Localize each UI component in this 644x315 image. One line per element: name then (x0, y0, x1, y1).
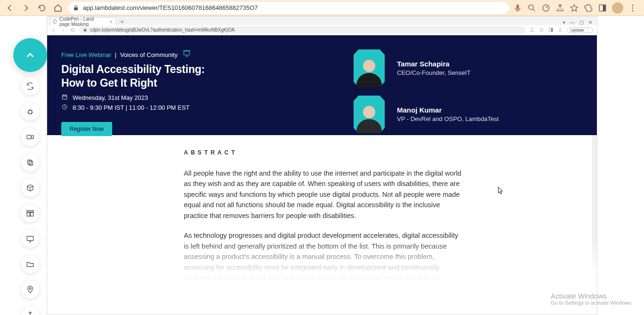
profile-avatar[interactable] (612, 2, 623, 14)
hero-title: Digital Accessibility Testing: How to Ge… (61, 63, 278, 90)
lt-toolbar (21, 77, 39, 315)
mic-icon[interactable] (513, 3, 522, 13)
speaker-photo (354, 96, 385, 133)
svg-rect-0 (74, 7, 78, 10)
inner-tab-title: CodePen - Land page Masking (59, 16, 105, 27)
lt-video-icon[interactable] (21, 128, 39, 146)
abstract-paragraph: In this session, Tamar Schapira, Co-Foun… (184, 303, 465, 315)
hero-time-row: 8:30 - 9:30 PM IST | 11:00 - 12:00 PM ES… (61, 104, 278, 112)
inner-update-button[interactable]: Update⋮ (567, 27, 593, 33)
minimize-icon[interactable]: — (570, 20, 575, 25)
svg-rect-20 (551, 28, 553, 32)
kebab-menu-icon[interactable] (628, 3, 637, 13)
hero-eyebrow: Free Live Webinar | Voices of Community (61, 51, 178, 58)
maximize-icon[interactable]: ▢ (579, 20, 584, 25)
inner-profile-icon[interactable] (558, 27, 563, 33)
lock-icon (73, 5, 79, 11)
speaker-role: VP - DevRel and OSPO, LambdaTest (397, 115, 499, 123)
svg-point-2 (528, 5, 533, 9)
inner-new-tab[interactable]: + (119, 18, 125, 25)
abstract-section: ABSTRACT All people have the right and t… (47, 135, 597, 315)
zoom-icon[interactable] (527, 3, 537, 13)
page-content: Free Live Webinar | Voices of Community … (47, 35, 597, 315)
share-icon[interactable] (555, 3, 565, 13)
svg-rect-13 (27, 210, 33, 212)
home-button[interactable] (52, 2, 64, 14)
svg-point-7 (632, 7, 634, 8)
inner-reload-icon[interactable] (70, 27, 75, 33)
register-button[interactable]: Register Now (61, 122, 112, 136)
forward-button[interactable] (20, 2, 32, 14)
lt-switch-icon[interactable] (21, 77, 39, 95)
lt-box-icon[interactable] (21, 179, 39, 197)
captured-browser-window: CodePen - Land page Masking × + ▾ — ▢ ✕ … (47, 16, 597, 315)
svg-rect-12 (29, 161, 33, 165)
globe-icon (53, 19, 57, 24)
hero-date-row: Wednesday, 31st May 2023 (61, 94, 278, 102)
inner-window-controls: ▾ — ▢ ✕ (563, 20, 597, 25)
lt-location-icon[interactable] (21, 281, 39, 299)
speaker-name: Tamar Schapira (397, 60, 471, 68)
svg-rect-1 (517, 4, 519, 9)
inner-tabstrip: CodePen - Land page Masking × + ▾ — ▢ ✕ (47, 16, 597, 25)
svg-rect-22 (184, 51, 190, 55)
lt-folder-icon[interactable] (21, 255, 39, 273)
speakers-list: Tamar Schapira CEO/Co-Founder, SenseIT M… (354, 49, 499, 136)
svg-rect-23 (62, 95, 66, 99)
lt-collapse-button[interactable] (13, 38, 47, 72)
chevron-down-icon[interactable]: ▾ (563, 20, 565, 25)
speaker-item: Manoj Kumar VP - DevRel and OSPO, Lambda… (354, 96, 499, 133)
outer-browser-chrome: app.lambdatest.com/viewer/TES10160607816… (0, 0, 644, 16)
svg-rect-18 (84, 30, 86, 32)
hero-banner: Free Live Webinar | Voices of Community … (47, 35, 597, 135)
svg-rect-16 (27, 236, 33, 241)
main-area: CodePen - Land page Masking × + ▾ — ▢ ✕ … (0, 16, 644, 315)
speaker-name: Manoj Kumar (397, 106, 499, 114)
svg-rect-15 (31, 213, 33, 217)
svg-point-8 (632, 10, 634, 11)
abstract-label: ABSTRACT (184, 149, 465, 156)
calendar-icon (61, 94, 68, 102)
star-icon[interactable] (570, 3, 579, 13)
svg-rect-11 (28, 160, 32, 164)
clock-icon (61, 104, 68, 112)
inner-address-row: cdpn.io/pen/debug/qBJwOvL?authentication… (47, 25, 597, 35)
inner-tab-codepen[interactable]: CodePen - Land page Masking × (50, 17, 116, 25)
outer-address-bar[interactable]: app.lambdatest.com/viewer/TES10160607816… (68, 2, 509, 14)
inner-forward-icon[interactable] (60, 27, 66, 33)
dashboard-icon[interactable] (541, 3, 551, 13)
inner-url-text: cdpn.io/pen/debug/qBJwOvL?authentication… (90, 27, 235, 32)
abstract-paragraph: As technology progresses and digital pro… (184, 230, 465, 294)
lt-layout-icon[interactable] (21, 204, 39, 222)
presentation-icon (182, 49, 191, 60)
abstract-paragraph: All people have the right and the abilit… (184, 168, 465, 221)
close-window-icon[interactable]: ✕ (588, 20, 592, 25)
svg-rect-14 (27, 213, 30, 217)
svg-point-21 (560, 28, 561, 30)
speaker-photo (354, 49, 385, 87)
outer-url-text: app.lambdatest.com/viewer/TES10160607816… (83, 4, 258, 11)
lt-upload-icon[interactable] (21, 306, 39, 315)
back-button[interactable] (4, 2, 16, 14)
extensions-icon[interactable] (584, 3, 593, 13)
inner-star-icon[interactable] (539, 27, 545, 33)
inner-share-icon[interactable] (529, 27, 535, 33)
inner-panel-icon[interactable] (548, 27, 554, 33)
panel-icon[interactable] (598, 3, 607, 13)
close-tab-icon[interactable]: × (110, 19, 113, 24)
lt-monitor-icon[interactable] (21, 230, 39, 248)
lt-copy-icon[interactable] (21, 153, 39, 171)
svg-rect-5 (603, 5, 606, 11)
speaker-role: CEO/Co-Founder, SenseIT (397, 69, 471, 77)
svg-point-17 (29, 288, 31, 290)
inner-lock-icon (83, 28, 87, 32)
svg-rect-10 (27, 135, 31, 139)
inner-address-bar[interactable]: cdpn.io/pen/debug/qBJwOvL?authentication… (79, 26, 526, 33)
inner-back-icon[interactable] (51, 27, 57, 33)
speaker-item: Tamar Schapira CEO/Co-Founder, SenseIT (354, 49, 499, 87)
reload-button[interactable] (36, 2, 48, 14)
lt-bug-icon[interactable] (21, 103, 39, 121)
svg-point-6 (632, 4, 634, 6)
